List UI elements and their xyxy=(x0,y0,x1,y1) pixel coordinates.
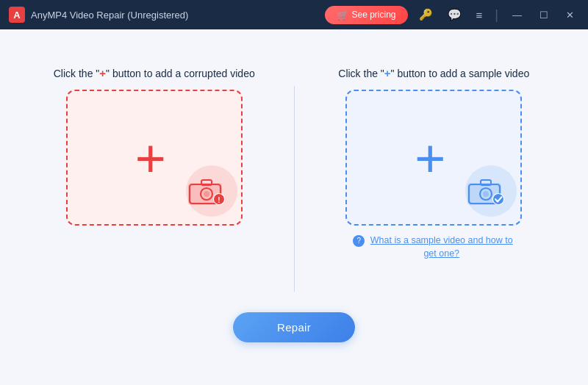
sample-drop-zone[interactable]: + xyxy=(345,90,522,226)
svg-point-5 xyxy=(204,191,209,197)
see-pricing-button[interactable]: 🛒 See pricing xyxy=(325,6,408,24)
corrupted-panel: Click the "+" button to add a corrupted … xyxy=(29,65,279,226)
sample-plus-icon: + xyxy=(415,132,445,184)
key-icon-button[interactable]: 🔑 xyxy=(415,7,437,23)
corrupted-panel-label: Click the "+" button to add a corrupted … xyxy=(54,65,255,82)
maximize-button[interactable]: ☐ xyxy=(534,8,553,22)
chat-icon-button[interactable]: 💬 xyxy=(444,7,465,23)
sample-panel-label: Click the "+" button to add a sample vid… xyxy=(338,65,529,82)
corrupted-drop-zone-inner: + xyxy=(68,91,241,224)
minimize-button[interactable]: — xyxy=(507,8,527,22)
app-logo: A xyxy=(9,7,25,23)
corrupted-plus-icon: + xyxy=(135,132,166,184)
close-button[interactable]: ✕ xyxy=(561,8,579,22)
sample-panel: Click the "+" button to add a sample vid… xyxy=(309,65,559,261)
see-pricing-label: See pricing xyxy=(352,10,396,20)
titlebar-separator: | xyxy=(495,7,498,23)
app-title: AnyMP4 Video Repair (Unregistered) xyxy=(31,10,325,21)
help-icon: ? xyxy=(353,235,365,247)
corrupted-camera-icon: ! xyxy=(187,176,226,208)
titlebar-actions: 🛒 See pricing 🔑 💬 ≡ | — ☐ ✕ xyxy=(325,6,580,24)
corrupted-plus-symbol: + xyxy=(99,67,106,79)
help-link-text: What is a sample video and how to get on… xyxy=(368,234,514,260)
panels-row: Click the "+" button to add a corrupted … xyxy=(29,65,559,292)
sample-camera-badge xyxy=(466,176,506,211)
sample-camera-icon xyxy=(466,176,506,208)
titlebar: A AnyMP4 Video Repair (Unregistered) 🛒 S… xyxy=(0,0,588,29)
menu-icon-button[interactable]: ≡ xyxy=(473,7,487,23)
repair-btn-row: Repair xyxy=(233,312,355,342)
help-link[interactable]: ? What is a sample video and how to get … xyxy=(353,234,514,260)
svg-point-13 xyxy=(483,191,489,197)
svg-text:A: A xyxy=(13,10,21,21)
svg-text:!: ! xyxy=(218,196,220,204)
repair-button[interactable]: Repair xyxy=(233,312,355,342)
sample-plus-symbol: + xyxy=(384,67,391,79)
sample-drop-zone-inner: + xyxy=(347,91,520,224)
panel-divider xyxy=(294,86,295,292)
corrupted-drop-zone[interactable]: + xyxy=(66,90,243,226)
cart-icon: 🛒 xyxy=(337,10,348,21)
corrupted-camera-badge: ! xyxy=(187,176,226,211)
main-content: Click the "+" button to add a corrupted … xyxy=(0,29,588,385)
